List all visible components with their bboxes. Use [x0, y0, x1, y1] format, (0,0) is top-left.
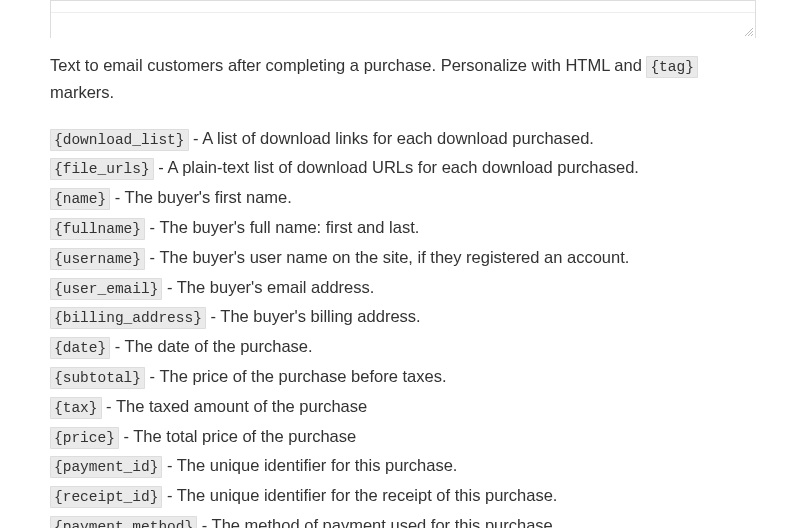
tag-row: {username} - The buyer's user name on th… — [50, 243, 756, 273]
email-body-textarea[interactable] — [50, 0, 756, 38]
tag-code: {subtotal} — [50, 367, 145, 389]
tag-desc: - The total price of the purchase — [119, 427, 356, 445]
tag-row: {tax} - The taxed amount of the purchase — [50, 392, 756, 422]
textarea-top-border — [51, 1, 755, 13]
intro-suffix: markers. — [50, 83, 114, 101]
tag-row: {billing_address} - The buyer's billing … — [50, 302, 756, 332]
tag-row: {price} - The total price of the purchas… — [50, 422, 756, 452]
svg-line-2 — [751, 34, 753, 36]
tag-code: {payment_id} — [50, 456, 162, 478]
tag-row: {download_list} - A list of download lin… — [50, 124, 756, 154]
tag-code: {billing_address} — [50, 307, 206, 329]
tag-desc: - The price of the purchase before taxes… — [145, 367, 446, 385]
tag-desc: - The buyer's billing address. — [206, 307, 421, 325]
intro-text: Text to email customers after completing… — [50, 52, 756, 106]
tag-code: {name} — [50, 188, 110, 210]
tag-desc: - The date of the purchase. — [110, 337, 312, 355]
resize-handle-icon[interactable] — [743, 26, 753, 36]
tag-row: {name} - The buyer's first name. — [50, 183, 756, 213]
tag-code: {fullname} — [50, 218, 145, 240]
tag-list: {download_list} - A list of download lin… — [50, 124, 756, 528]
tag-desc: - The buyer's first name. — [110, 188, 292, 206]
tag-row: {fullname} - The buyer's full name: firs… — [50, 213, 756, 243]
tag-code-example: {tag} — [646, 56, 698, 78]
tag-desc: - The buyer's user name on the site, if … — [145, 248, 629, 266]
tag-row: {date} - The date of the purchase. — [50, 332, 756, 362]
tag-desc: - The taxed amount of the purchase — [102, 397, 368, 415]
settings-help-section: Text to email customers after completing… — [0, 0, 806, 528]
tag-row: {payment_id} - The unique identifier for… — [50, 451, 756, 481]
tag-code: {price} — [50, 427, 119, 449]
tag-row: {file_urls} - A plain-text list of downl… — [50, 153, 756, 183]
tag-code: {tax} — [50, 397, 102, 419]
tag-code: {file_urls} — [50, 158, 154, 180]
tag-code: {user_email} — [50, 278, 162, 300]
tag-desc: - A plain-text list of download URLs for… — [154, 158, 639, 176]
tag-row: {subtotal} - The price of the purchase b… — [50, 362, 756, 392]
tag-code: {username} — [50, 248, 145, 270]
tag-code: {receipt_id} — [50, 486, 162, 508]
tag-row: {payment_method} - The method of payment… — [50, 511, 756, 528]
tag-code: {payment_method} — [50, 516, 197, 528]
tag-desc: - The buyer's email address. — [162, 278, 374, 296]
tag-desc: - The buyer's full name: first and last. — [145, 218, 419, 236]
tag-code: {download_list} — [50, 129, 189, 151]
tag-desc: - The method of payment used for this pu… — [197, 516, 557, 528]
tag-row: {user_email} - The buyer's email address… — [50, 273, 756, 303]
tag-desc: - The unique identifier for the receipt … — [162, 486, 557, 504]
tag-code: {date} — [50, 337, 110, 359]
tag-row: {receipt_id} - The unique identifier for… — [50, 481, 756, 511]
textarea-bottom-area — [51, 13, 755, 38]
intro-prefix: Text to email customers after completing… — [50, 56, 646, 74]
tag-desc: - The unique identifier for this purchas… — [162, 456, 457, 474]
tag-desc: - A list of download links for each down… — [189, 129, 594, 147]
